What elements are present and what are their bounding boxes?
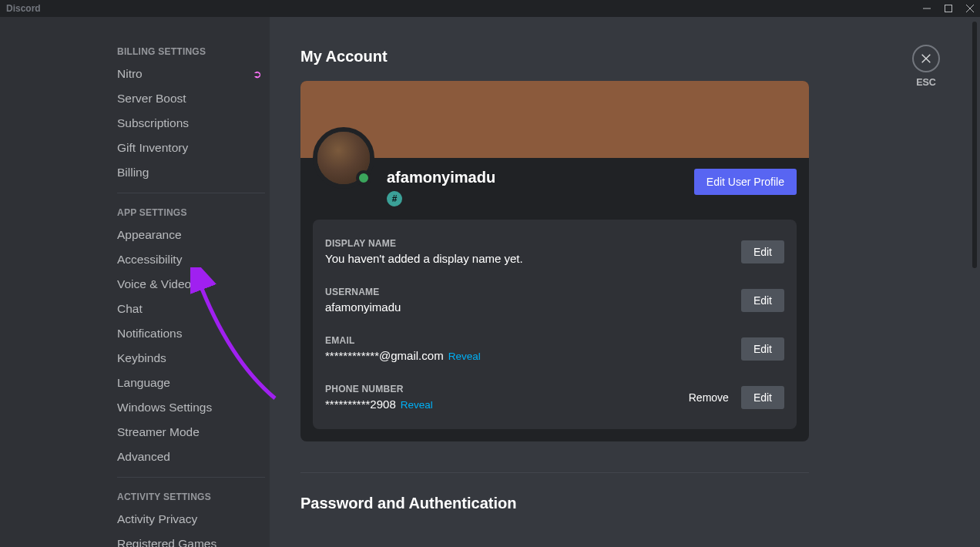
sidebar-item-label: Activity Privacy (117, 512, 197, 526)
sidebar-item-accessibility[interactable]: Accessibility (117, 247, 265, 272)
sidebar-item-label: Subscriptions (117, 116, 189, 130)
edit-display-name-button[interactable]: Edit (741, 240, 784, 263)
sidebar-item-keybinds[interactable]: Keybinds (117, 346, 265, 371)
edit-username-button[interactable]: Edit (741, 289, 784, 312)
password-section-title: Password and Authentication (300, 495, 809, 512)
app-name: Discord (6, 3, 41, 14)
sidebar-item-voice-video[interactable]: Voice & Video (117, 272, 265, 297)
field-value: You haven't added a display name yet. (325, 252, 523, 265)
esc-label: ESC (916, 77, 936, 88)
sidebar-item-label: Voice & Video (117, 277, 191, 291)
edit-email-button[interactable]: Edit (741, 337, 784, 361)
settings-sidebar: BILLING SETTINGS Nitro ➲ Server Boost Su… (0, 17, 270, 547)
window-controls (923, 2, 974, 15)
field-value: ************@gmail.com (325, 349, 444, 362)
sidebar-item-label: Streamer Mode (117, 425, 200, 439)
profile-card: afamonyimadu # Edit User Profile DISPLAY… (300, 81, 809, 441)
sidebar-item-advanced[interactable]: Advanced (117, 445, 265, 469)
sidebar-item-appearance[interactable]: Appearance (117, 223, 265, 247)
sidebar-item-label: Advanced (117, 450, 170, 464)
settings-content: My Account afamonyimadu # Edit User Prof… (270, 17, 980, 547)
sidebar-item-streamer-mode[interactable]: Streamer Mode (117, 420, 265, 445)
sidebar-item-registered-games[interactable]: Registered Games (117, 532, 265, 547)
edit-phone-button[interactable]: Edit (741, 386, 784, 409)
edit-user-profile-button[interactable]: Edit User Profile (694, 169, 797, 195)
display-name-row: DISPLAY NAME You haven't added a display… (325, 232, 784, 271)
account-info-panel: DISPLAY NAME You haven't added a display… (313, 220, 797, 429)
close-settings: ESC (912, 45, 940, 88)
status-online-icon (356, 170, 371, 186)
sidebar-item-gift-inventory[interactable]: Gift Inventory (117, 136, 265, 160)
section-divider (300, 472, 809, 473)
titlebar: Discord (0, 0, 980, 17)
avatar[interactable] (313, 127, 374, 189)
sidebar-item-billing[interactable]: Billing (117, 160, 265, 185)
remove-phone-link[interactable]: Remove (689, 391, 729, 404)
sidebar-item-subscriptions[interactable]: Subscriptions (117, 111, 265, 136)
sidebar-item-chat[interactable]: Chat (117, 297, 265, 321)
sidebar-item-windows-settings[interactable]: Windows Settings (117, 395, 265, 420)
sidebar-item-label: Gift Inventory (117, 141, 188, 155)
sidebar-item-notifications[interactable]: Notifications (117, 321, 265, 346)
sidebar-item-label: Nitro (117, 67, 143, 81)
sidebar-item-label: Server Boost (117, 92, 186, 106)
field-label: USERNAME (325, 287, 741, 297)
page-title: My Account (300, 48, 809, 65)
sidebar-item-label: Language (117, 376, 170, 390)
svg-rect-0 (945, 5, 952, 12)
sidebar-item-server-boost[interactable]: Server Boost (117, 86, 265, 111)
field-label: DISPLAY NAME (325, 238, 741, 249)
close-icon (920, 52, 932, 65)
sidebar-item-label: Chat (117, 302, 143, 316)
profile-username: afamonyimadu (387, 169, 694, 186)
nitro-badge-icon: ➲ (253, 68, 262, 80)
sidebar-item-label: Billing (117, 166, 149, 180)
phone-row: PHONE NUMBER **********2908 Reveal Remov… (325, 378, 784, 417)
sidebar-item-label: Accessibility (117, 253, 182, 267)
profile-banner (300, 81, 809, 158)
close-icon[interactable] (966, 2, 974, 15)
close-settings-button[interactable] (912, 45, 940, 72)
sidebar-item-label: Notifications (117, 327, 182, 341)
reveal-email-link[interactable]: Reveal (448, 351, 481, 362)
sidebar-item-nitro[interactable]: Nitro ➲ (117, 62, 265, 86)
sidebar-item-activity-privacy[interactable]: Activity Privacy (117, 507, 265, 532)
field-label: PHONE NUMBER (325, 384, 689, 394)
minimize-icon[interactable] (923, 2, 931, 15)
email-row: EMAIL ************@gmail.com Reveal Edit (325, 329, 784, 368)
sidebar-item-label: Registered Games (117, 537, 216, 547)
sidebar-item-label: Windows Settings (117, 401, 212, 414)
section-header-billing: BILLING SETTINGS (117, 32, 265, 62)
section-header-app: APP SETTINGS (117, 193, 265, 223)
maximize-icon[interactable] (945, 2, 952, 15)
profile-badge-icon: # (387, 191, 402, 206)
sidebar-item-label: Appearance (117, 228, 182, 242)
field-label: EMAIL (325, 335, 741, 346)
sidebar-item-language[interactable]: Language (117, 371, 265, 395)
section-header-activity: ACTIVITY SETTINGS (117, 478, 265, 507)
sidebar-item-label: Keybinds (117, 351, 166, 365)
field-value: **********2908 (325, 398, 396, 411)
reveal-phone-link[interactable]: Reveal (401, 399, 433, 411)
username-row: USERNAME afamonyimadu Edit (325, 280, 784, 320)
field-value: afamonyimadu (325, 300, 401, 314)
scrollbar-thumb[interactable] (972, 22, 977, 268)
